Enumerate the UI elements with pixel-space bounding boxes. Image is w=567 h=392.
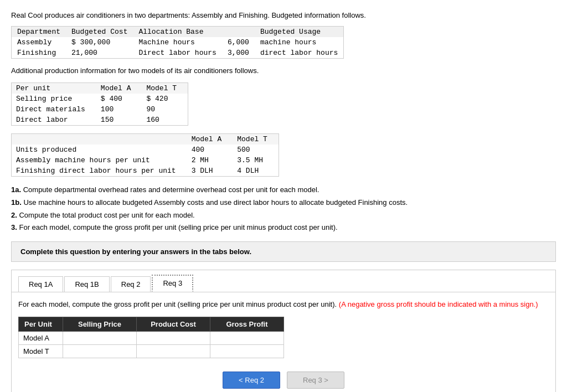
finishing-usage-num: 3,000 xyxy=(222,48,255,59)
btn-prev-req2[interactable]: < Req 2 xyxy=(223,372,280,389)
answer-gross-modelt-input[interactable] xyxy=(215,347,279,355)
row-assembly-mh-t: 3.5 MH xyxy=(233,155,279,166)
answer-selling-modela-input[interactable] xyxy=(68,334,132,342)
row-assembly-mh-label: Assembly machine hours per unit xyxy=(12,155,187,166)
row-materials-a: 100 xyxy=(96,104,142,115)
budget-header-usage-num xyxy=(222,27,255,38)
model2-header-modelt: Model T xyxy=(233,134,279,145)
answer-product-modela-cell[interactable] xyxy=(137,331,210,344)
assembly-alloc: Machine hours xyxy=(133,37,221,48)
answer-product-modela-input[interactable] xyxy=(141,334,205,342)
complete-box-text: Complete this question by entering your … xyxy=(20,247,251,256)
tabs-row: Req 1A Req 1B Req 2 Req 3 xyxy=(12,270,555,292)
answer-gross-modela-input[interactable] xyxy=(215,334,279,342)
answer-col-product: Product Cost xyxy=(137,317,210,331)
question-1b: 1b. Use machine hours to allocate budget… xyxy=(11,197,556,209)
question-1a: 1a. Compute departmental overhead rates … xyxy=(11,184,556,196)
answer-col-gross: Gross Profit xyxy=(210,317,284,331)
question-2: 2. Compute the total product cost per un… xyxy=(11,210,556,221)
tab3-desc-text: For each model, compute the gross profit… xyxy=(18,300,337,308)
tab-req3-label: Req 3 xyxy=(163,279,182,287)
finishing-usage: direct labor hours xyxy=(255,48,344,59)
row-finishing-dlh-label: Finishing direct labor hours per unit xyxy=(12,166,187,177)
assembly-usage-num: 6,000 xyxy=(222,37,255,48)
answer-label-modelt: Model T xyxy=(19,344,63,358)
tab-req3[interactable]: Req 3 xyxy=(152,275,193,292)
row-selling-t: $ 420 xyxy=(142,94,188,104)
model-table-1: Per unit Model A Model T Selling price $… xyxy=(11,82,188,126)
tabs-area: Req 1A Req 1B Req 2 Req 3 For each model… xyxy=(11,270,556,392)
assembly-usage: machine hours xyxy=(255,37,344,48)
row-units-a: 400 xyxy=(187,145,233,155)
answer-col-selling: Selling Price xyxy=(63,317,137,331)
dept-finishing: Finishing xyxy=(12,48,66,59)
tab3-content: For each model, compute the gross profit… xyxy=(12,292,555,392)
model2-header-empty xyxy=(12,134,187,145)
btn-row: < Req 2 Req 3 > xyxy=(18,366,549,392)
tab3-red-text: (A negative gross profit should be indic… xyxy=(339,300,538,308)
answer-table: Per Unit Selling Price Product Cost Gros… xyxy=(18,317,284,358)
model1-header-perunit: Per unit xyxy=(12,83,96,94)
budget-header-alloc: Allocation Base xyxy=(133,27,221,38)
budget-header-cost: Budgeted Cost xyxy=(66,27,133,38)
tab-req2-label: Req 2 xyxy=(121,280,141,288)
answer-selling-modelt-cell[interactable] xyxy=(63,344,137,358)
model1-header-modela: Model A xyxy=(96,83,142,94)
answer-gross-modelt-cell[interactable] xyxy=(210,344,284,358)
question-3: 3. For each model, compute the gross pro… xyxy=(11,222,556,234)
assembly-cost: $ 300,000 xyxy=(66,37,133,48)
row-labor-t: 160 xyxy=(142,115,188,126)
row-labor-label: Direct labor xyxy=(12,115,96,126)
finishing-cost: 21,000 xyxy=(66,48,133,59)
budget-header-usage: Budgeted Usage xyxy=(255,27,344,38)
answer-col-perunit: Per Unit xyxy=(19,317,63,331)
intro-text: Real Cool produces air conditioners in t… xyxy=(11,11,556,19)
row-materials-label: Direct materials xyxy=(12,104,96,115)
row-labor-a: 150 xyxy=(96,115,142,126)
answer-product-modelt-input[interactable] xyxy=(141,347,205,355)
row-units-label: Units produced xyxy=(12,145,187,155)
answer-product-modelt-cell[interactable] xyxy=(137,344,210,358)
budget-header-dept: Department xyxy=(12,27,66,38)
finishing-alloc: Direct labor hours xyxy=(133,48,221,59)
row-finishing-dlh-a: 3 DLH xyxy=(187,166,233,177)
model1-header-modelt: Model T xyxy=(142,83,188,94)
btn-next-req3[interactable]: Req 3 > xyxy=(287,372,344,389)
answer-gross-modela-cell[interactable] xyxy=(210,331,284,344)
budget-table: Department Budgeted Cost Allocation Base… xyxy=(11,26,344,59)
btn-prev-label: < Req 2 xyxy=(239,376,264,384)
additional-label: Additional production information for tw… xyxy=(11,66,556,75)
tab-req1b[interactable]: Req 1B xyxy=(64,276,109,292)
model-table-2: Model A Model T Units produced 400 500 A… xyxy=(11,133,279,177)
answer-selling-modela-cell[interactable] xyxy=(63,331,137,344)
dept-assembly: Assembly xyxy=(12,37,66,48)
row-finishing-dlh-t: 4 DLH xyxy=(233,166,279,177)
model2-header-modela: Model A xyxy=(187,134,233,145)
questions-section: 1a. Compute departmental overhead rates … xyxy=(11,184,556,234)
tab-req1a-label: Req 1A xyxy=(29,280,53,288)
tab-req1b-label: Req 1B xyxy=(75,280,99,288)
answer-row-modelt: Model T xyxy=(19,344,284,358)
answer-selling-modelt-input[interactable] xyxy=(68,347,132,355)
row-selling-a: $ 400 xyxy=(96,94,142,104)
tab-req2[interactable]: Req 2 xyxy=(111,276,151,292)
answer-label-modela: Model A xyxy=(19,331,63,344)
tab3-description: For each model, compute the gross profit… xyxy=(18,299,549,310)
answer-row-modela: Model A xyxy=(19,331,284,344)
complete-box: Complete this question by entering your … xyxy=(11,241,556,262)
btn-next-label: Req 3 > xyxy=(303,376,328,384)
row-selling-label: Selling price xyxy=(12,94,96,104)
row-materials-t: 90 xyxy=(142,104,188,115)
row-assembly-mh-a: 2 MH xyxy=(187,155,233,166)
row-units-t: 500 xyxy=(233,145,279,155)
tab-req1a[interactable]: Req 1A xyxy=(18,276,63,292)
